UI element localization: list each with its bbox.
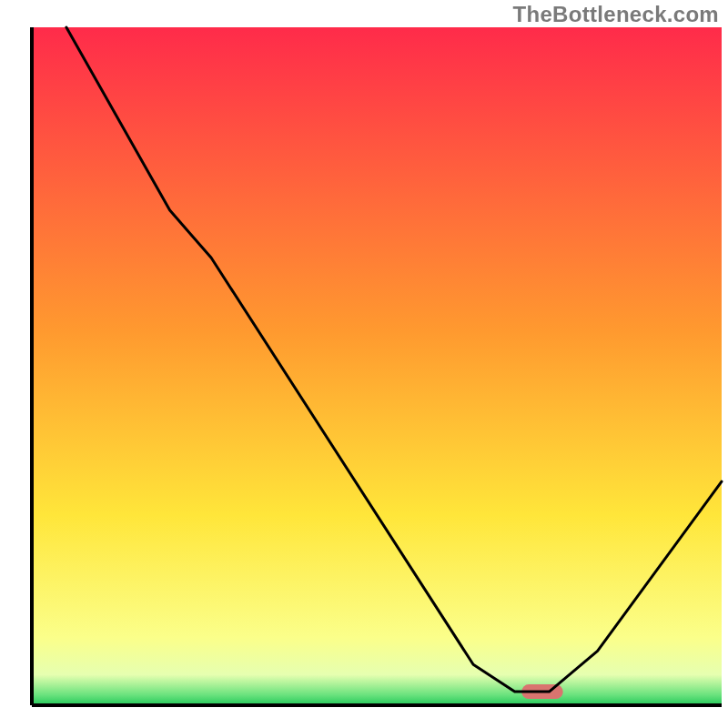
chart-container: { "watermark": "TheBottleneck.com", "cha… <box>0 0 728 728</box>
watermark-text: TheBottleneck.com <box>513 2 719 27</box>
bottleneck-chart <box>0 0 728 728</box>
gradient-background <box>32 27 722 705</box>
